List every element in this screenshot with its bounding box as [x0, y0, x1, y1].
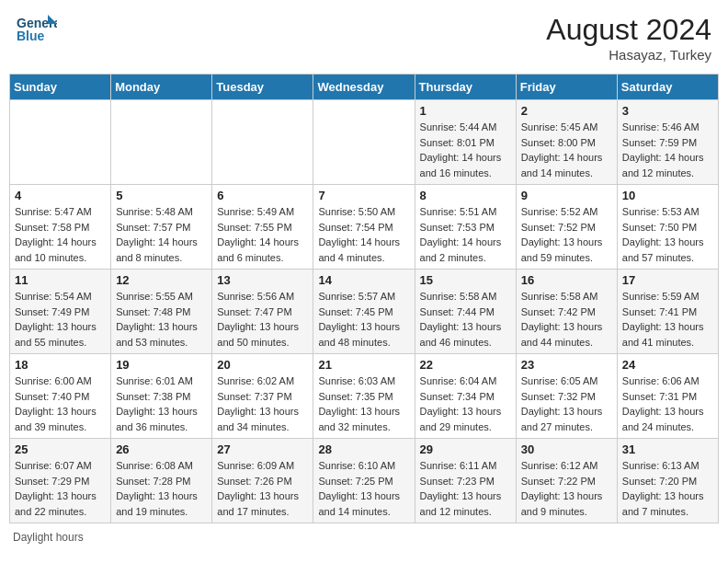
weekday-header-friday: Friday	[516, 75, 617, 100]
day-info: Sunrise: 5:57 AM Sunset: 7:45 PM Dayligh…	[318, 289, 409, 350]
day-cell-9: 9Sunrise: 5:52 AM Sunset: 7:52 PM Daylig…	[516, 185, 617, 270]
day-number: 9	[521, 189, 612, 202]
weekday-header-wednesday: Wednesday	[313, 75, 415, 100]
week-row-3: 11Sunrise: 5:54 AM Sunset: 7:49 PM Dayli…	[10, 270, 719, 354]
empty-cell	[313, 100, 415, 185]
day-info: Sunrise: 6:10 AM Sunset: 7:25 PM Dayligh…	[318, 458, 409, 519]
day-number: 30	[521, 442, 612, 456]
calendar-table: SundayMondayTuesdayWednesdayThursdayFrid…	[9, 74, 719, 523]
day-number: 19	[116, 358, 207, 372]
day-info: Sunrise: 6:13 AM Sunset: 7:20 PM Dayligh…	[622, 458, 713, 519]
day-number: 1	[420, 104, 511, 118]
day-cell-19: 19Sunrise: 6:01 AM Sunset: 7:38 PM Dayli…	[111, 354, 212, 439]
week-row-4: 18Sunrise: 6:00 AM Sunset: 7:40 PM Dayli…	[10, 354, 719, 439]
day-info: Sunrise: 5:53 AM Sunset: 7:50 PM Dayligh…	[622, 204, 713, 265]
day-cell-2: 2Sunrise: 5:45 AM Sunset: 8:00 PM Daylig…	[516, 100, 617, 185]
day-number: 4	[15, 189, 106, 202]
weekday-header-row: SundayMondayTuesdayWednesdayThursdayFrid…	[10, 75, 719, 100]
day-number: 10	[622, 189, 713, 202]
weekday-header-sunday: Sunday	[10, 75, 111, 100]
weekday-header-monday: Monday	[111, 75, 212, 100]
day-cell-6: 6Sunrise: 5:49 AM Sunset: 7:55 PM Daylig…	[212, 185, 313, 270]
day-info: Sunrise: 6:04 AM Sunset: 7:34 PM Dayligh…	[420, 373, 511, 434]
day-cell-18: 18Sunrise: 6:00 AM Sunset: 7:40 PM Dayli…	[10, 354, 111, 439]
day-number: 11	[15, 273, 106, 287]
day-cell-11: 11Sunrise: 5:54 AM Sunset: 7:49 PM Dayli…	[10, 270, 111, 354]
day-cell-5: 5Sunrise: 5:48 AM Sunset: 7:57 PM Daylig…	[111, 185, 212, 270]
day-number: 2	[521, 104, 612, 118]
day-info: Sunrise: 5:56 AM Sunset: 7:47 PM Dayligh…	[217, 289, 308, 350]
day-cell-22: 22Sunrise: 6:04 AM Sunset: 7:34 PM Dayli…	[415, 354, 516, 439]
day-number: 14	[318, 273, 409, 287]
page-header: General Blue August 2024 Hasayaz, Turkey	[9, 9, 719, 66]
day-info: Sunrise: 5:48 AM Sunset: 7:57 PM Dayligh…	[116, 204, 207, 265]
empty-cell	[212, 100, 313, 185]
weekday-header-thursday: Thursday	[415, 75, 516, 100]
day-info: Sunrise: 5:55 AM Sunset: 7:48 PM Dayligh…	[116, 289, 207, 350]
day-cell-1: 1Sunrise: 5:44 AM Sunset: 8:01 PM Daylig…	[415, 100, 516, 185]
day-cell-27: 27Sunrise: 6:09 AM Sunset: 7:26 PM Dayli…	[212, 439, 313, 523]
day-number: 15	[420, 273, 511, 287]
logo: General Blue	[17, 13, 59, 46]
day-cell-20: 20Sunrise: 6:02 AM Sunset: 7:37 PM Dayli…	[212, 354, 313, 439]
svg-text:Blue: Blue	[17, 29, 45, 43]
week-row-2: 4Sunrise: 5:47 AM Sunset: 7:58 PM Daylig…	[10, 185, 719, 270]
day-info: Sunrise: 6:01 AM Sunset: 7:38 PM Dayligh…	[116, 373, 207, 434]
day-info: Sunrise: 5:49 AM Sunset: 7:55 PM Dayligh…	[217, 204, 308, 265]
day-number: 3	[622, 104, 713, 118]
day-info: Sunrise: 5:52 AM Sunset: 7:52 PM Dayligh…	[521, 204, 612, 265]
day-cell-28: 28Sunrise: 6:10 AM Sunset: 7:25 PM Dayli…	[313, 439, 415, 523]
day-cell-3: 3Sunrise: 5:46 AM Sunset: 7:59 PM Daylig…	[617, 100, 718, 185]
day-info: Sunrise: 5:51 AM Sunset: 7:53 PM Dayligh…	[420, 204, 511, 265]
day-number: 24	[622, 358, 713, 372]
day-info: Sunrise: 5:44 AM Sunset: 8:01 PM Dayligh…	[420, 120, 511, 180]
day-info: Sunrise: 5:54 AM Sunset: 7:49 PM Dayligh…	[15, 289, 106, 350]
week-row-5: 25Sunrise: 6:07 AM Sunset: 7:29 PM Dayli…	[10, 439, 719, 523]
day-cell-10: 10Sunrise: 5:53 AM Sunset: 7:50 PM Dayli…	[617, 185, 718, 270]
day-info: Sunrise: 6:02 AM Sunset: 7:37 PM Dayligh…	[217, 373, 308, 434]
day-info: Sunrise: 6:03 AM Sunset: 7:35 PM Dayligh…	[318, 373, 409, 434]
day-number: 21	[318, 358, 409, 372]
day-number: 18	[15, 358, 106, 372]
day-cell-15: 15Sunrise: 5:58 AM Sunset: 7:44 PM Dayli…	[415, 270, 516, 354]
day-info: Sunrise: 6:06 AM Sunset: 7:31 PM Dayligh…	[622, 373, 713, 434]
day-cell-14: 14Sunrise: 5:57 AM Sunset: 7:45 PM Dayli…	[313, 270, 415, 354]
empty-cell	[111, 100, 212, 185]
day-number: 23	[521, 358, 612, 372]
day-number: 13	[217, 273, 308, 287]
day-number: 27	[217, 442, 308, 456]
day-number: 31	[622, 442, 713, 456]
day-number: 29	[420, 442, 511, 456]
weekday-header-saturday: Saturday	[617, 75, 718, 100]
empty-cell	[10, 100, 111, 185]
day-cell-21: 21Sunrise: 6:03 AM Sunset: 7:35 PM Dayli…	[313, 354, 415, 439]
day-info: Sunrise: 5:47 AM Sunset: 7:58 PM Dayligh…	[15, 204, 106, 265]
day-cell-30: 30Sunrise: 6:12 AM Sunset: 7:22 PM Dayli…	[516, 439, 617, 523]
day-number: 8	[420, 189, 511, 202]
day-cell-8: 8Sunrise: 5:51 AM Sunset: 7:53 PM Daylig…	[415, 185, 516, 270]
day-cell-4: 4Sunrise: 5:47 AM Sunset: 7:58 PM Daylig…	[10, 185, 111, 270]
month-title: August 2024	[546, 13, 711, 47]
day-number: 26	[116, 442, 207, 456]
day-info: Sunrise: 6:00 AM Sunset: 7:40 PM Dayligh…	[15, 373, 106, 434]
daylight-label: Daylight hours	[13, 531, 84, 544]
day-info: Sunrise: 5:46 AM Sunset: 7:59 PM Dayligh…	[622, 120, 713, 180]
day-cell-12: 12Sunrise: 5:55 AM Sunset: 7:48 PM Dayli…	[111, 270, 212, 354]
day-cell-7: 7Sunrise: 5:50 AM Sunset: 7:54 PM Daylig…	[313, 185, 415, 270]
day-number: 22	[420, 358, 511, 372]
day-number: 25	[15, 442, 106, 456]
day-cell-16: 16Sunrise: 5:58 AM Sunset: 7:42 PM Dayli…	[516, 270, 617, 354]
day-info: Sunrise: 6:11 AM Sunset: 7:23 PM Dayligh…	[420, 458, 511, 519]
day-info: Sunrise: 6:05 AM Sunset: 7:32 PM Dayligh…	[521, 373, 612, 434]
location-subtitle: Hasayaz, Turkey	[546, 47, 711, 63]
day-info: Sunrise: 5:58 AM Sunset: 7:42 PM Dayligh…	[521, 289, 612, 350]
day-number: 12	[116, 273, 207, 287]
day-cell-29: 29Sunrise: 6:11 AM Sunset: 7:23 PM Dayli…	[415, 439, 516, 523]
day-info: Sunrise: 5:59 AM Sunset: 7:41 PM Dayligh…	[622, 289, 713, 350]
day-number: 7	[318, 189, 409, 202]
day-cell-24: 24Sunrise: 6:06 AM Sunset: 7:31 PM Dayli…	[617, 354, 718, 439]
calendar-body: 1Sunrise: 5:44 AM Sunset: 8:01 PM Daylig…	[10, 100, 719, 523]
day-cell-17: 17Sunrise: 5:59 AM Sunset: 7:41 PM Dayli…	[617, 270, 718, 354]
weekday-header-tuesday: Tuesday	[212, 75, 313, 100]
day-cell-31: 31Sunrise: 6:13 AM Sunset: 7:20 PM Dayli…	[617, 439, 718, 523]
